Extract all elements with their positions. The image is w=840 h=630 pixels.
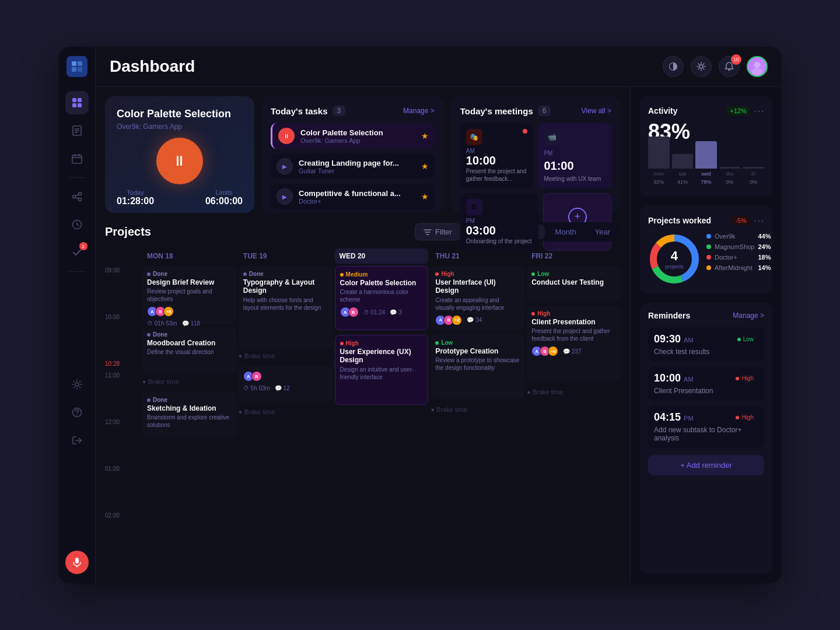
rem-priority-2: High (731, 374, 758, 383)
rem-desc-3: Add new subtask to Doctor+ analysis (654, 426, 758, 442)
svg-line-37 (698, 69, 699, 69)
svg-rect-12 (72, 155, 82, 163)
cal-card-mon-2[interactable]: Done Moodboard Creation Define the visua… (142, 327, 236, 373)
projects-title: Projects (105, 225, 151, 239)
svg-point-26 (76, 414, 78, 415)
pw-content: 4 projects Over9k 44% (648, 233, 764, 285)
bar-col-thu: thu 0% (719, 167, 741, 185)
cal-col-tue: Done Typography & Layout Design Help wit… (239, 266, 332, 570)
reminder-item-2: 10:00 AM High Client Presentation (648, 366, 764, 401)
tasks-manage-link[interactable]: Manage > (403, 107, 435, 115)
calendar-body: 09:00 10:00 10:28 11:00 12:00 01:00 02:0… (105, 266, 621, 570)
task-play-btn-3[interactable]: ▶ (276, 188, 293, 205)
bar-col-wed: wed 78% (695, 141, 717, 185)
time-slot-1: 01:00 (105, 464, 140, 511)
sidebar-item-tasks[interactable]: 2 (65, 241, 89, 264)
legend-magnumshop: MagnumShop 24% (706, 243, 771, 250)
activity-card: Activity +12% ⋯ 83% mon 92% (640, 96, 772, 197)
task-star-3[interactable]: ★ (421, 192, 429, 201)
filter-button[interactable]: Filter (415, 223, 461, 240)
reminder-item-1: 09:30 AM Low Check test results (648, 327, 764, 362)
time-slot-9: 09:00 (105, 266, 140, 313)
meeting-item-3: ⚙ PM 03:00 Onboarding of the project (460, 193, 539, 251)
activity-pct-badge: +12% (727, 106, 750, 116)
time-slot-2: 02:00 (105, 511, 140, 558)
tasks-badge: 2 (79, 242, 88, 250)
time-slot-10: 10:00 (105, 313, 140, 359)
pw-menu[interactable]: ⋯ (754, 214, 764, 227)
timer-card: Color Palette Selection Over9k: Gamers A… (105, 96, 254, 213)
meetings-row-top: 🎭 AM 10:00 Present the project and gathe… (460, 123, 611, 188)
sidebar-item-logout[interactable] (65, 429, 89, 452)
add-reminder-button[interactable]: + Add reminder (648, 455, 764, 475)
cal-card-wed-1[interactable]: Medium Color Palette Selection Create a … (335, 266, 429, 330)
time-column: 09:00 10:00 10:28 11:00 12:00 01:00 02:0… (105, 266, 140, 570)
cal-card-tue-1[interactable]: Done Typography & Layout Design Help wit… (239, 266, 332, 348)
timer-project-sub: Over9k: Gamers App (117, 123, 243, 131)
cal-card-mon-3[interactable]: Done Sketching & Ideation Brainstorm and… (142, 392, 236, 439)
cal-col-fri: Low Conduct User Testing High Cl (527, 266, 621, 570)
user-avatar[interactable] (747, 56, 768, 77)
sidebar-item-grid[interactable] (65, 91, 89, 114)
dark-mode-toggle[interactable] (663, 56, 684, 77)
pw-header: Projects worked -5% ⋯ (648, 214, 764, 227)
sidebar-divider-2 (68, 271, 86, 272)
sidebar-divider-1 (68, 177, 86, 178)
meetings-card-header: Today's meetings 6 View all > (460, 106, 611, 116)
cal-col-wed: Medium Color Palette Selection Create a … (335, 266, 429, 570)
cal-card-tue-meta[interactable]: A B ⏱ 5h 03m 💬 12 (239, 366, 332, 401)
sidebar-item-docs[interactable] (65, 119, 89, 142)
svg-rect-28 (75, 558, 79, 564)
legend-over9k: Over9k 44% (706, 233, 771, 240)
svg-point-41 (752, 68, 762, 75)
cal-card-thu-1[interactable]: High User Interface (UI) Design Create a… (430, 266, 524, 330)
svg-rect-4 (72, 98, 76, 102)
timer-footer: Today 01:28:00 Limits 06:00:00 (117, 189, 243, 206)
tab-month[interactable]: Month (547, 225, 584, 239)
svg-rect-7 (78, 103, 82, 107)
status-dot (435, 272, 439, 276)
avatars-row-fri: A B +8 (531, 346, 558, 356)
brake-tue-2: ● Brake time (239, 406, 332, 418)
brake-thu: ● Brake time (430, 404, 524, 415)
svg-rect-3 (78, 67, 82, 72)
task-star-1[interactable]: ★ (421, 131, 429, 141)
cal-card-fri-2[interactable]: High Client Presentation Present the pro… (527, 306, 621, 382)
sidebar-item-help[interactable] (65, 401, 89, 424)
sidebar-item-clock[interactable] (65, 213, 89, 236)
timer-pause-button[interactable]: ⏸ (156, 138, 203, 184)
pw-legend: Over9k 44% MagnumShop 24% Doctor+ (706, 233, 771, 285)
right-panel: Activity +12% ⋯ 83% mon 92% (630, 87, 782, 583)
bar-col-tue: tue 41% (672, 154, 694, 185)
svg-point-17 (72, 195, 75, 198)
sidebar-item-calendar[interactable] (65, 147, 89, 170)
time-slot-11: 11:00 (105, 371, 140, 418)
bar-fri (743, 167, 764, 169)
reminders-manage-link[interactable]: Manage > (733, 312, 764, 320)
meetings-view-all[interactable]: View all > (582, 107, 611, 115)
logo[interactable] (66, 56, 88, 77)
mic-button[interactable] (65, 551, 89, 574)
status-dot (435, 341, 439, 345)
activity-menu[interactable]: ⋯ (754, 104, 764, 117)
task-pause-btn-1[interactable]: ⏸ (278, 128, 295, 144)
cal-card-wed-2[interactable]: High User Experience (UX) Design Design … (335, 335, 429, 405)
task-play-btn-2[interactable]: ▶ (276, 158, 293, 174)
top-cards-row: Color Palette Selection Over9k: Gamers A… (105, 96, 621, 213)
calendar-grid: MON 18 TUE 19 WED 20 THU 21 FRI 22 09:00… (105, 249, 621, 574)
light-mode-toggle[interactable] (691, 56, 712, 77)
app-container: 2 (58, 47, 782, 583)
rem-priority-1: Low (733, 335, 758, 344)
status-dot (147, 398, 150, 402)
cal-card-fri-1[interactable]: Low Conduct User Testing (527, 266, 621, 301)
sidebar-item-settings[interactable] (65, 373, 89, 396)
rem-desc-1: Check test results (654, 348, 758, 356)
task-star-2[interactable]: ★ (421, 162, 429, 171)
cal-card-mon-1[interactable]: Done Design Brief Review Review project … (142, 266, 236, 324)
svg-rect-1 (78, 61, 82, 66)
sidebar-item-share[interactable] (65, 185, 89, 208)
cal-card-thu-2[interactable]: Low Prototype Creation Review a prototyp… (430, 335, 524, 399)
tab-year[interactable]: Year (587, 225, 618, 239)
status-dot (531, 312, 535, 316)
notifications-button[interactable]: 10 (719, 56, 740, 77)
